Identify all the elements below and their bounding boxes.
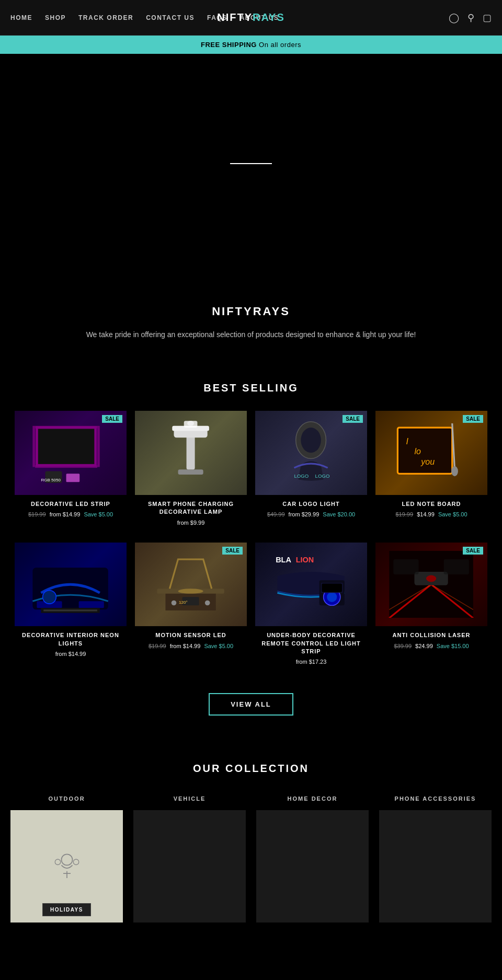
- product-pricing: $19.99 from $14.99 Save $5.00: [17, 511, 124, 517]
- svg-point-35: [205, 600, 210, 605]
- product-card[interactable]: DECORATIVE INTERIOR NEON LIGHTS from $14…: [10, 538, 131, 678]
- product-image: BLA LION: [255, 543, 367, 627]
- price-save: Save $5.00: [204, 643, 233, 649]
- product-card[interactable]: BLA LION UNDER-BODY DECORATIVE REMOTE CO…: [251, 538, 371, 678]
- nav-contact-us[interactable]: CONTACT US: [146, 14, 195, 21]
- price-old: $49.99: [267, 511, 285, 517]
- price-old: $19.99: [149, 643, 166, 649]
- svg-point-50: [426, 575, 436, 582]
- price-from: from $17.23: [296, 659, 327, 665]
- svg-text:LOGO: LOGO: [315, 474, 330, 479]
- svg-rect-8: [178, 470, 203, 475]
- collection-sub-label-outdoor: HOLIDAYS: [10, 810, 123, 923]
- svg-point-15: [301, 428, 322, 453]
- svg-rect-3: [36, 466, 98, 468]
- product-info: MOTION SENSOR LED $19.99 from $14.99 Sav…: [135, 626, 247, 657]
- account-icon[interactable]: ◯: [449, 12, 459, 24]
- product-pricing: $19.99 $14.99 Save $5.00: [378, 511, 485, 517]
- view-all-section: VIEW ALL: [0, 677, 502, 742]
- product-card[interactable]: Sale I lo you LED NOTE BOARD $19.99 $14.…: [371, 407, 492, 538]
- product-card[interactable]: Sale RGB 5050 DECORATIVE LED STRIP $19.9…: [10, 407, 131, 538]
- collection-label-outdoor: OUTDOOR: [10, 795, 123, 802]
- svg-text:I: I: [406, 437, 409, 446]
- svg-rect-4: [36, 426, 98, 429]
- svg-point-34: [172, 600, 177, 605]
- product-pricing: from $17.23: [257, 659, 365, 665]
- brand-title: NIFTYRAYS: [42, 305, 460, 318]
- svg-rect-0: [37, 428, 96, 465]
- product-info: ANTI COLLISION LASER $39.99 $24.99 Save …: [375, 626, 487, 657]
- product-info: UNDER-BODY DECORATIVE REMOTE CONTROL LED…: [255, 626, 367, 673]
- product-name: CAR LOGO LIGHT: [257, 500, 365, 508]
- product-name: SMART PHONE CHARGING DECORATIVE LAMP: [137, 500, 245, 516]
- product-name: ANTI COLLISION LASER: [378, 631, 485, 639]
- logo-nifty: NIFTY: [217, 11, 253, 23]
- nav-shop[interactable]: SHOP: [45, 14, 66, 21]
- price-save: Save $20.00: [323, 511, 355, 517]
- shipping-banner: FREE SHIPPING On all orders: [0, 36, 502, 54]
- product-card[interactable]: Sale LOGO LOGO CAR LOGO LIGHT $49.99 fro…: [251, 407, 371, 538]
- sale-badge: Sale: [102, 415, 122, 423]
- product-card[interactable]: Sale 120° MOTION SENSOR LED $19.99 from …: [131, 538, 251, 678]
- product-card[interactable]: SMART PHONE CHARGING DECORATIVE LAMP fro…: [131, 407, 251, 538]
- product-card[interactable]: Sale ANTI COLLISION LASER $39.99: [371, 538, 492, 678]
- cart-icon[interactable]: ▢: [483, 12, 492, 24]
- product-name: MOTION SENSOR LED: [137, 631, 245, 639]
- brand-description: We take pride in offering an exceptional…: [42, 329, 460, 340]
- collection-label-phone-accessories: PHONE ACCESSORIES: [379, 795, 492, 802]
- price-new: $24.99: [415, 643, 433, 649]
- shipping-text: On all orders: [257, 41, 301, 49]
- collection-image-outdoor: HOLIDAYS: [10, 810, 123, 923]
- svg-rect-1: [33, 426, 36, 467]
- product-image: [135, 411, 247, 495]
- product-image: I lo you: [375, 411, 487, 495]
- svg-rect-43: [322, 583, 343, 592]
- nav-home[interactable]: HOME: [10, 14, 32, 21]
- svg-rect-18: [398, 428, 452, 474]
- svg-rect-9: [187, 436, 195, 470]
- svg-rect-51: [394, 559, 419, 574]
- collection-item-phone-accessories[interactable]: PHONE ACCESSORIES: [379, 795, 492, 923]
- svg-text:RGB 5050: RGB 5050: [41, 478, 61, 482]
- price-save: Save $5.00: [438, 511, 467, 517]
- svg-text:BLA: BLA: [276, 556, 292, 564]
- collection-image-phone-accessories: [379, 810, 492, 923]
- collection-item-vehicle[interactable]: VEHICLE: [133, 795, 246, 923]
- product-grid: Sale RGB 5050 DECORATIVE LED STRIP $19.9…: [0, 407, 502, 677]
- svg-point-27: [43, 590, 56, 604]
- product-pricing: $49.99 from $29.99 Save $20.00: [257, 511, 365, 517]
- site-logo[interactable]: NIFTYRAYS: [217, 11, 285, 24]
- collection-title: OUR COLLECTION: [10, 763, 492, 775]
- view-all-button[interactable]: VIEW ALL: [209, 693, 293, 716]
- svg-text:you: you: [421, 457, 435, 466]
- collection-grid: OUTDOOR HOLIDAYS V: [10, 795, 492, 923]
- svg-point-23: [452, 466, 459, 476]
- svg-text:LOGO: LOGO: [294, 474, 309, 479]
- price-save: Save $5.00: [84, 511, 113, 517]
- search-icon[interactable]: ⚲: [467, 12, 474, 24]
- collection-item-home-decor[interactable]: HOME DECOR: [256, 795, 369, 923]
- product-image: LOGO LOGO: [255, 411, 367, 495]
- price-new: from $14.99: [50, 511, 81, 517]
- collection-section: OUR COLLECTION OUTDOOR HOLIDAYS: [0, 742, 502, 943]
- product-name: DECORATIVE INTERIOR NEON LIGHTS: [17, 631, 124, 648]
- collection-label-home-decor: HOME DECOR: [256, 795, 369, 802]
- svg-text:120°: 120°: [179, 600, 188, 605]
- best-selling-title: BEST SELLING: [0, 361, 502, 407]
- nav-track-order[interactable]: TRACK ORDER: [78, 14, 133, 21]
- svg-point-13: [188, 421, 195, 426]
- svg-text:lo: lo: [415, 447, 421, 456]
- collection-item-outdoor[interactable]: OUTDOOR HOLIDAYS: [10, 795, 123, 923]
- price-save: Save $15.00: [437, 643, 469, 649]
- product-info: CAR LOGO LIGHT $49.99 from $29.99 Save $…: [255, 495, 367, 526]
- price-new: $14.99: [417, 511, 435, 517]
- brand-section: NIFTYRAYS We take pride in offering an e…: [0, 273, 502, 361]
- nav-actions: ◯ ⚲ ▢: [449, 12, 492, 24]
- svg-rect-52: [444, 559, 469, 574]
- navigation: HOME SHOP TRACK ORDER CONTACT US FAQS AB…: [0, 0, 502, 36]
- price-old: $19.99: [28, 511, 46, 517]
- product-info: DECORATIVE INTERIOR NEON LIGHTS from $14…: [15, 626, 127, 665]
- svg-point-41: [327, 592, 337, 602]
- product-image: [15, 543, 127, 627]
- product-pricing: from $14.99: [17, 651, 124, 657]
